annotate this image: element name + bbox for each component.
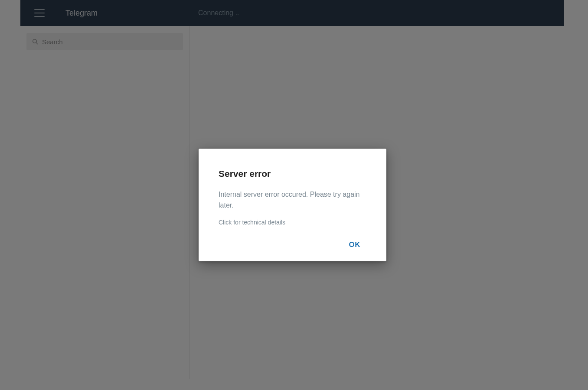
outer-frame: Telegram Connecting .. Server error Inte…: [0, 0, 588, 390]
dialog-message: Internal server error occured. Please tr…: [219, 189, 366, 211]
technical-details-link[interactable]: Click for technical details: [219, 219, 366, 226]
ok-button[interactable]: OK: [343, 237, 367, 253]
dialog-title: Server error: [219, 169, 366, 179]
dialog-actions: OK: [219, 237, 366, 253]
error-dialog: Server error Internal server error occur…: [199, 149, 386, 261]
